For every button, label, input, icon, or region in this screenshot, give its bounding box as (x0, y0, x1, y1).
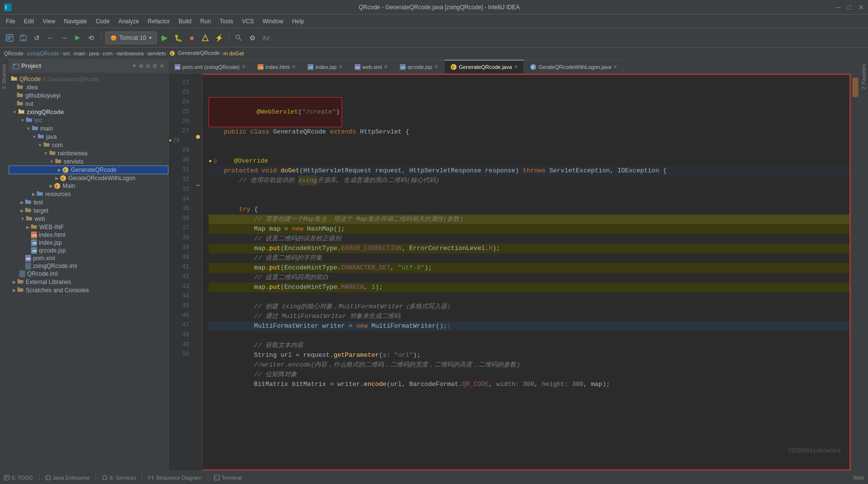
build-btn[interactable] (199, 32, 211, 44)
tab-jsp-close[interactable]: ✕ (339, 64, 343, 69)
menu-analyze[interactable]: Analyze (115, 16, 143, 27)
tree-com[interactable]: ▼ com (9, 141, 168, 149)
debug-btn[interactable]: 🐛 (172, 32, 184, 44)
breadcrumb-java[interactable]: java (89, 50, 99, 56)
tab-pom-close[interactable]: ✕ (242, 64, 246, 69)
menu-file[interactable]: File (2, 16, 19, 27)
tree-index-jsp[interactable]: JSP index.jsp (9, 239, 168, 247)
maximize-btn[interactable]: □ (848, 3, 852, 11)
tree-servlets[interactable]: ▼ servlets (9, 157, 168, 166)
status-web-tab[interactable]: Web (853, 475, 864, 481)
tree-index-html[interactable]: HTML index.html (9, 231, 168, 239)
tree-web[interactable]: ▼ web (9, 215, 168, 223)
collapse-region-icon[interactable] (196, 183, 200, 188)
menu-tools[interactable]: Tools (216, 16, 237, 27)
tree-github[interactable]: githubliuyueyi (9, 91, 168, 100)
favorites-tab[interactable]: 2: Favorites (860, 61, 868, 92)
tomcat-config-btn[interactable]: 🐱 Tomcat 10 ▼ (105, 32, 157, 44)
tab-webxml-close[interactable]: ✕ (384, 64, 388, 69)
run-config-back[interactable] (72, 32, 83, 44)
menu-help[interactable]: Help (288, 16, 308, 27)
menu-edit[interactable]: Edit (20, 16, 38, 27)
settings-gear-icon[interactable]: ⚙ (152, 63, 158, 69)
close-btn[interactable]: ✕ (858, 3, 864, 11)
minimize-btn[interactable]: ─ (836, 3, 841, 11)
tree-zxingiml[interactable]: zxingQRcode.iml (9, 262, 168, 270)
tree-java[interactable]: ▼ java (9, 133, 168, 141)
tree-resources[interactable]: ▶ resources (9, 190, 168, 198)
tree-src[interactable]: ▼ src (9, 116, 168, 124)
menu-view[interactable]: View (39, 16, 59, 27)
expand-all-btn[interactable]: ⊕ (139, 63, 144, 69)
breadcrumb-generateqrcode[interactable]: C GenerateQRcode (169, 50, 219, 56)
tree-zxingqrcode[interactable]: ▼ zxingQRcode (9, 108, 168, 116)
breadcrumb-rainbowsea[interactable]: rainbowsea (116, 50, 144, 56)
tree-out[interactable]: out (9, 100, 168, 108)
collapse-all-btn[interactable]: ⊖ (146, 63, 150, 69)
tree-webinf[interactable]: ▶ WEB-INF (9, 223, 168, 231)
tree-qrcodeiml[interactable]: QRcode.iml (9, 270, 168, 278)
tab-index-html[interactable]: HTML index.html ✕ (252, 60, 302, 73)
search-everywhere-btn[interactable] (233, 32, 245, 44)
status-services[interactable]: 8: Services (102, 475, 136, 481)
tree-test[interactable]: ▶ test (9, 198, 168, 206)
tree-generateqrcode[interactable]: ▶ C GenerateQRcode (9, 166, 168, 174)
refresh-btn[interactable]: ↺ (31, 32, 43, 44)
run-btn[interactable]: ▶ (159, 32, 170, 44)
tab-index-jsp[interactable]: JSP index.jsp ✕ (302, 60, 348, 73)
tree-scratches[interactable]: ▶ Scratches and Consoles (9, 286, 168, 294)
project-icon-btn[interactable] (4, 32, 16, 44)
tab-web-xml[interactable]: XML web.xml ✕ (349, 60, 394, 73)
menu-refactor[interactable]: Refactor (144, 16, 174, 27)
breadcrumb-servlets[interactable]: servlets (147, 50, 166, 56)
menu-navigate[interactable]: Navigate (60, 16, 91, 27)
tree-main-class[interactable]: ▶ C Main (9, 182, 168, 190)
menu-window[interactable]: Window (259, 16, 287, 27)
tree-pom-xml[interactable]: XML pom.xml (9, 254, 168, 262)
window-controls[interactable]: ─ □ ✕ (836, 3, 864, 11)
tab-generate-java[interactable]: C GenerateQRcode.java ✕ (444, 60, 524, 73)
tree-idea[interactable]: .idea (9, 83, 168, 91)
breadcrumb-src[interactable]: src (63, 50, 70, 56)
status-sequence-diagram[interactable]: Sequence Diagram (148, 475, 201, 481)
tab-pom-xml[interactable]: XML pom.xml (zxingQRcode) ✕ (169, 60, 252, 73)
breadcrumb-com[interactable]: com (102, 50, 113, 56)
status-terminal[interactable]: >_ Terminal (214, 475, 242, 481)
code-content[interactable]: @WebServlet("/create") public class Gene… (203, 74, 851, 470)
save-btn[interactable] (17, 32, 29, 44)
breadcrumb-doget[interactable]: m doGet (223, 50, 244, 56)
menu-build[interactable]: Build (175, 16, 196, 27)
menu-vcs[interactable]: VCS (238, 16, 258, 27)
code-editor[interactable]: 22 23 24 25 26 27 ●28 29 30 31 32 33 34 … (169, 74, 859, 470)
tab-java-close[interactable]: ✕ (514, 64, 518, 69)
menu-run[interactable]: Run (197, 16, 215, 27)
stop-btn[interactable]: ■ (186, 32, 197, 44)
tree-root[interactable]: QRcode E:\Java\project\QRcode (9, 75, 168, 83)
settings-btn[interactable]: ⚙ (246, 32, 258, 44)
close-panel-btn[interactable]: ✕ (160, 63, 164, 69)
tab-qrcodejsp-close[interactable]: ✕ (434, 64, 438, 69)
undo-btn[interactable]: ⟲ (85, 32, 97, 44)
tab-logon-close[interactable]: ✕ (613, 64, 617, 69)
forward-btn[interactable]: → (58, 32, 70, 44)
tab-gerate-logon[interactable]: C GerateQRcodeWithLogon.java ✕ (524, 60, 623, 73)
tree-main[interactable]: ▼ main (9, 124, 168, 133)
menu-code[interactable]: Code (92, 16, 114, 27)
tab-html-close[interactable]: ✕ (292, 64, 295, 69)
back-btn[interactable]: ← (45, 32, 56, 44)
tree-qrcode-jsp[interactable]: JSP qrcode.jsp (9, 247, 168, 254)
breadcrumb-zxingqrcode[interactable]: zxingQRcode (27, 50, 59, 56)
breadcrumb-main[interactable]: main (74, 50, 85, 56)
tree-rainbowsea[interactable]: ▼ rainbowsea (9, 149, 168, 157)
tab-qrcode-jsp[interactable]: JSP qrcode.jsp ✕ (394, 60, 444, 73)
structure-tab[interactable]: 2: Structure (0, 61, 8, 92)
status-java-enterprise[interactable]: J Java Enterprise (45, 475, 90, 481)
more-btn[interactable]: ⚡ (213, 32, 225, 44)
status-todo[interactable]: 6: TODO (4, 475, 33, 481)
tree-target[interactable]: ▶ target (9, 206, 168, 215)
tree-external-libs[interactable]: ▶ External Libraries (9, 278, 168, 286)
breadcrumb-qrcode[interactable]: QRcode (4, 50, 23, 56)
tree-geratewithlogon[interactable]: ▶ C GerateQRcodeWithLogon (9, 174, 168, 182)
translate-btn[interactable]: A文 (260, 32, 272, 44)
project-dropdown-icon[interactable]: ▼ (132, 63, 137, 68)
